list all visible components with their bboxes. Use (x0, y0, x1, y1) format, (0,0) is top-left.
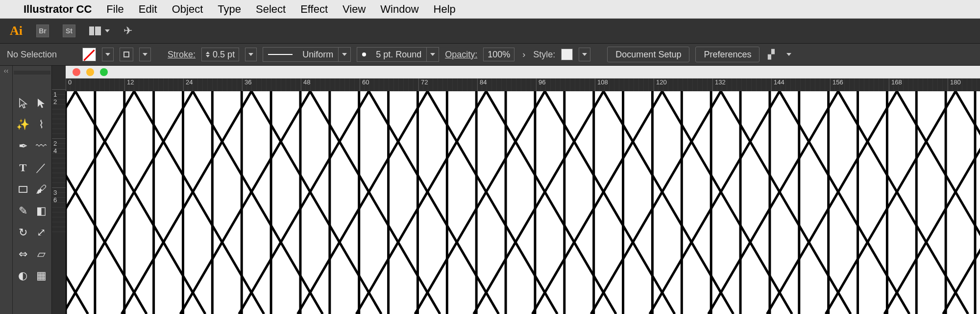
fill-swatch-none[interactable] (82, 48, 96, 61)
rectangle-tool[interactable] (14, 179, 32, 200)
svg-line-45 (884, 91, 980, 314)
selection-status: No Selection (7, 50, 57, 60)
width-tool[interactable]: ⇔ (14, 243, 32, 265)
stroke-dropdown[interactable] (139, 48, 151, 61)
line-segment-tool[interactable]: ／ (32, 157, 51, 179)
menu-view[interactable]: View (343, 3, 366, 16)
opacity-label[interactable]: Opacity: (445, 50, 477, 60)
stroke-weight-dropdown[interactable] (245, 48, 257, 61)
profile-line-icon (268, 54, 293, 55)
document-setup-button[interactable]: Document Setup (607, 47, 689, 62)
gpu-performance-icon[interactable]: ✈ (123, 25, 132, 37)
document-window-chrome (66, 66, 980, 78)
menu-object[interactable]: Object (172, 3, 203, 16)
scale-tool[interactable]: ⤢ (32, 222, 51, 243)
menu-type[interactable]: Type (218, 3, 241, 16)
shape-builder-tool[interactable]: ◐ (14, 265, 32, 287)
fill-dropdown[interactable] (102, 48, 114, 61)
curvature-tool[interactable]: 〰 (32, 135, 51, 157)
stroke-weight-value: 0.5 pt (213, 50, 235, 60)
panel-collapse-strip[interactable]: ‹‹ (0, 66, 13, 314)
chevron-down-icon (105, 29, 110, 32)
lasso-tool[interactable]: ⌇ (32, 114, 51, 135)
profile-value: Uniform (297, 50, 338, 60)
style-label: Style: (533, 50, 555, 60)
perspective-grid-tool[interactable]: ▦ (32, 265, 51, 287)
artboard-canvas[interactable] (66, 91, 980, 314)
shaper-tool[interactable]: ✎ (14, 200, 32, 222)
magic-wand-tool[interactable]: ✨ (14, 114, 32, 135)
menu-help[interactable]: Help (434, 3, 456, 16)
align-to-pixel-icon[interactable]: ▞ (765, 49, 777, 60)
menu-edit[interactable]: Edit (139, 3, 157, 16)
zoom-window-button[interactable] (100, 68, 108, 76)
horizontal-ruler[interactable]: 01224364860728496108120132144156168180 (66, 78, 980, 91)
opacity-field[interactable]: 100% (483, 48, 514, 61)
arrange-documents-button[interactable] (89, 26, 110, 35)
graphic-style-dropdown[interactable] (579, 48, 590, 61)
graphic-style-swatch[interactable] (561, 49, 573, 60)
window-traffic-lights (73, 68, 108, 76)
stepper-icon[interactable] (206, 52, 210, 57)
close-window-button[interactable] (73, 68, 80, 76)
collapse-icon: ‹‹ (4, 67, 8, 75)
illustrator-logo: Ai (10, 24, 23, 38)
menu-file[interactable]: File (106, 3, 123, 16)
rotate-tool[interactable]: ↻ (14, 222, 32, 243)
app-menu[interactable]: Illustrator CC (24, 3, 92, 16)
stock-button[interactable]: St (63, 25, 75, 37)
svg-line-19 (897, 91, 980, 314)
stroke-swatch[interactable] (120, 48, 133, 61)
bridge-button[interactable]: Br (36, 25, 49, 37)
opacity-value: 100% (488, 50, 510, 60)
brush-value: 5 pt. Round (371, 50, 426, 60)
tools-panel: ✨ ⌇ ✒ 〰 T ／ 🖌 ✎ ◧ ↻ ⤢ ⇔ ▱ ◐ ▦ (13, 66, 52, 314)
macos-menubar: Illustrator CC File Edit Object Type Sel… (0, 0, 980, 19)
selection-tool[interactable] (14, 92, 32, 114)
free-transform-tool[interactable]: ▱ (32, 243, 51, 265)
variable-width-profile[interactable]: Uniform (263, 47, 351, 62)
svg-line-4 (66, 91, 147, 314)
opacity-flyout-icon[interactable]: › (520, 50, 527, 60)
control-bar: No Selection Stroke: 0.5 pt Uniform 5 pt… (0, 43, 980, 66)
brush-definition[interactable]: 5 pt. Round (357, 47, 439, 62)
menu-window[interactable]: Window (380, 3, 418, 16)
stroke-weight-field[interactable]: 0.5 pt (201, 48, 239, 61)
align-to-pixel-dropdown[interactable] (783, 48, 795, 61)
pen-tool[interactable]: ✒ (14, 135, 32, 157)
paintbrush-tool[interactable]: 🖌 (32, 179, 51, 200)
vertical-ruler[interactable]: 12 24 36 (52, 66, 66, 314)
svg-rect-0 (19, 186, 27, 192)
app-bar: Ai Br St ✈ (0, 19, 980, 43)
workspace: ‹‹ ✨ ⌇ ✒ 〰 T ／ 🖌 ✎ ◧ ↻ ⤢ ⇔ ▱ ◐ ▦ 12 24 3… (0, 66, 980, 314)
document-area: 01224364860728496108120132144156168180 (66, 66, 980, 314)
triangle-grid-art (66, 91, 980, 314)
svg-line-31 (66, 91, 193, 314)
eraser-tool[interactable]: ◧ (32, 200, 51, 222)
stroke-label[interactable]: Stroke: (168, 50, 196, 60)
minimize-window-button[interactable] (86, 68, 94, 76)
preferences-button[interactable]: Preferences (695, 47, 760, 62)
menu-effect[interactable]: Effect (300, 3, 328, 16)
type-tool[interactable]: T (14, 157, 32, 179)
menu-select[interactable]: Select (256, 3, 286, 16)
brush-dot-icon (362, 52, 366, 56)
direct-selection-tool[interactable] (32, 92, 51, 114)
